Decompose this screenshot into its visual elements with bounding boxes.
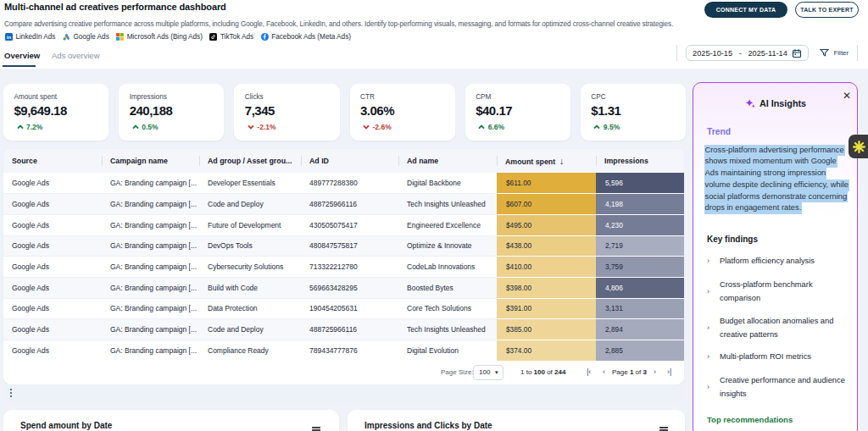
svg-text:in: in [7,35,12,40]
